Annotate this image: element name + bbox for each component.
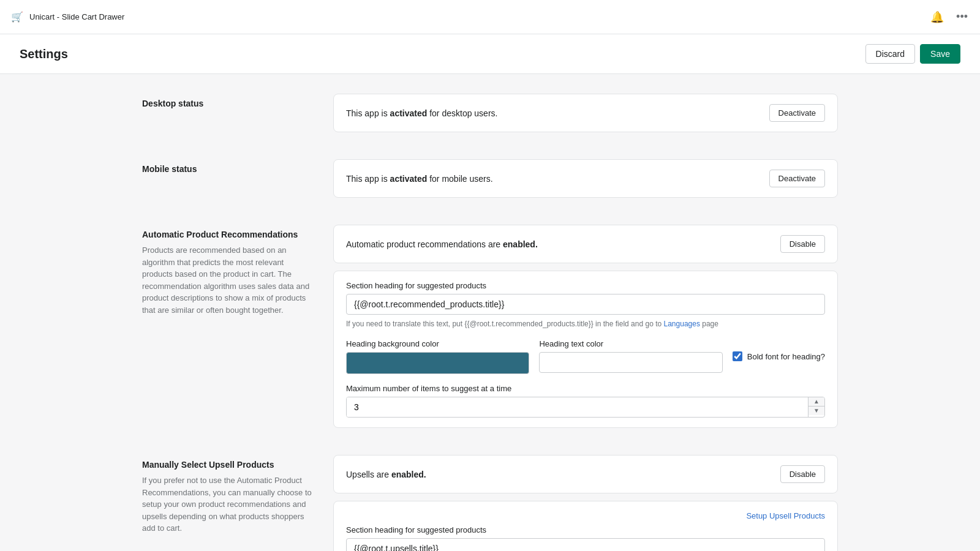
auto-recommendations-status-row: Automatic product recommendations are en… [346,235,825,253]
mobile-status-text: This app is activated for mobile users. [346,174,493,184]
section-heading-group: Section heading for suggested products I… [346,281,825,329]
max-items-input[interactable] [347,397,808,417]
auto-recommendations-status-text: Automatic product recommendations are en… [346,239,538,249]
auto-recommendations-description: Products are recommended based on an alg… [142,244,314,316]
mobile-status-row: Mobile status This app is activated for … [142,159,838,205]
heading-bg-color-swatch-container [346,352,529,374]
section-heading-input[interactable] [346,294,825,315]
upsell-status-text: Upsells are enabled. [346,470,426,479]
desktop-status-heading: Desktop status [142,99,314,108]
auto-recommendations-disable-button[interactable]: Disable [780,235,825,253]
bold-font-checkbox[interactable] [733,351,742,361]
upsell-label-col: Manually Select Upsell Products If you p… [142,455,314,551]
auto-recommendations-heading: Automatic Product Recommendations [142,230,314,239]
heading-text-color-input[interactable] [539,352,722,373]
heading-bg-color-group: Heading background color [346,339,529,374]
page-header: Settings Discard Save [0,34,980,74]
auto-recommendations-card-col: Automatic product recommendations are en… [333,225,838,435]
heading-bg-color-label: Heading background color [346,339,529,348]
languages-link-recommendations[interactable]: Languages [664,320,700,328]
color-row: Heading background color Heading text co… [346,339,825,374]
desktop-status-label-col: Desktop status [142,94,314,140]
more-icon-button[interactable]: ••• [954,8,970,26]
app-icon: 🛒 [10,10,24,24]
desktop-status-card-col: This app is activated for desktop users.… [333,94,838,140]
desktop-status-card: This app is activated for desktop users.… [333,94,838,132]
max-items-group: Maximum number of items to suggest at a … [346,384,825,418]
page-title: Settings [20,47,68,61]
top-bar-left: 🛒 Unicart - Slide Cart Drawer [10,10,124,24]
mobile-status-card-col: This app is activated for mobile users. … [333,159,838,205]
top-bar-right: 🔔 ••• [928,8,970,26]
upsell-card-col: Upsells are enabled. Disable Setup Upsel… [333,455,838,551]
desktop-status-bold: activated [390,108,428,118]
upsell-section-heading-input[interactable] [346,538,825,551]
auto-recommendations-form-card: Section heading for suggested products I… [333,271,838,428]
upsell-section-heading-group: Section heading for suggested products I… [346,525,825,551]
bell-icon-button[interactable]: 🔔 [928,8,946,26]
upsell-section-heading-label: Section heading for suggested products [346,525,825,534]
mobile-status-card: This app is activated for mobile users. … [333,159,838,198]
upsell-disable-button[interactable]: Disable [780,465,825,483]
header-actions: Discard Save [865,44,960,64]
save-button[interactable]: Save [920,44,960,64]
max-items-label: Maximum number of items to suggest at a … [346,384,825,393]
discard-button[interactable]: Discard [865,44,915,64]
upsell-heading: Manually Select Upsell Products [142,460,314,470]
desktop-deactivate-button[interactable]: Deactivate [769,104,825,122]
setup-upsell-products-link[interactable]: Setup Upsell Products [346,511,825,520]
stepper-up-button[interactable]: ▲ [809,397,824,407]
upsell-form-card: Setup Upsell Products Section heading fo… [333,501,838,551]
mobile-deactivate-button[interactable]: Deactivate [769,170,825,187]
upsell-status-bold: enabled. [391,470,426,479]
mobile-status-label-col: Mobile status [142,159,314,205]
mobile-status-heading: Mobile status [142,164,314,174]
heading-text-color-swatch-container [539,352,722,373]
top-bar: 🛒 Unicart - Slide Cart Drawer 🔔 ••• [0,0,980,34]
desktop-status-row: Desktop status This app is activated for… [142,94,838,140]
mobile-status-card-row: This app is activated for mobile users. … [346,170,825,187]
bold-font-group: Bold font for heading? [733,339,825,361]
heading-text-color-label: Heading text color [539,339,722,348]
desktop-status-text: This app is activated for desktop users. [346,108,497,118]
upsell-status-card: Upsells are enabled. Disable [333,455,838,493]
stepper-buttons: ▲ ▼ [808,397,824,417]
mobile-status-bold: activated [390,174,428,184]
main-content: Desktop status This app is activated for… [123,74,858,551]
upsell-description: If you prefer not to use the Automatic P… [142,474,314,534]
auto-recommendations-row: Automatic Product Recommendations Produc… [142,225,838,435]
auto-recommendations-label-col: Automatic Product Recommendations Produc… [142,225,314,435]
desktop-status-card-row: This app is activated for desktop users.… [346,104,825,122]
max-items-stepper: ▲ ▼ [346,397,825,418]
bold-font-label: Bold font for heading? [747,352,825,361]
app-title: Unicart - Slide Cart Drawer [29,12,124,21]
auto-recommendations-bold: enabled. [503,239,538,249]
upsell-status-row: Upsells are enabled. Disable [346,465,825,483]
stepper-down-button[interactable]: ▼ [809,407,824,415]
section-heading-label: Section heading for suggested products [346,281,825,290]
section-heading-hint: If you need to translate this text, put … [346,318,825,329]
auto-recommendations-status-card: Automatic product recommendations are en… [333,225,838,263]
upsell-row: Manually Select Upsell Products If you p… [142,455,838,551]
heading-bg-color-swatch[interactable] [346,352,529,374]
heading-text-color-group: Heading text color [539,339,722,373]
